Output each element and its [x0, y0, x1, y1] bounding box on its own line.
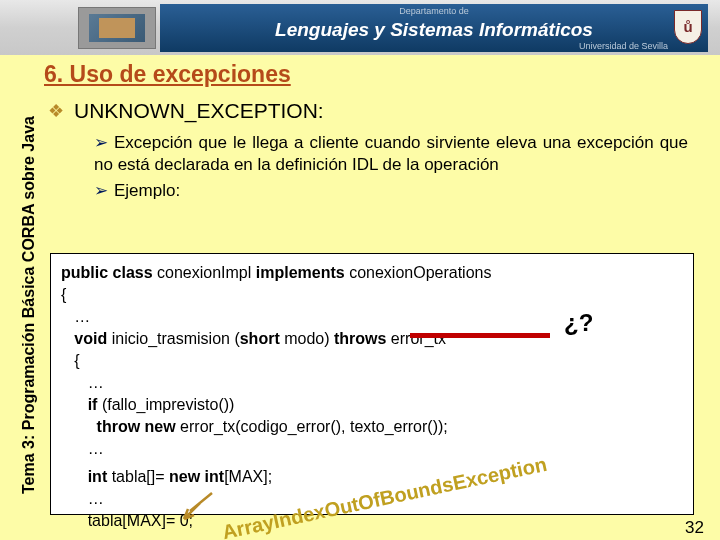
slide-body: Tema 3: Programación Básica CORBA sobre …: [0, 55, 720, 540]
university-shield-icon: ů: [674, 10, 702, 44]
code-line: {: [61, 350, 683, 372]
sidebar-title: Tema 3: Programación Básica CORBA sobre …: [20, 75, 38, 535]
code-line: throw new error_tx(codigo_error(), texto…: [61, 416, 683, 438]
page-number: 32: [685, 518, 704, 538]
code-line: if (fallo_imprevisto()): [61, 394, 683, 416]
code-line: tabla[MAX]= 0;: [61, 510, 683, 532]
arrow-bullet-icon: ➢: [94, 133, 108, 152]
bullet-level1: ❖ UNKNOWN_EXCEPTION:: [48, 98, 708, 124]
header-banner: Departamento de Lenguajes y Sistemas Inf…: [0, 0, 720, 55]
error-underline: [410, 333, 550, 338]
header-main: Lenguajes y Sistemas Informáticos: [275, 19, 593, 41]
code-line: …: [61, 438, 683, 460]
code-line: public class conexionImpl implements con…: [61, 262, 683, 284]
code-example-box: public class conexionImpl implements con…: [50, 253, 694, 515]
code-line: …: [61, 372, 683, 394]
section-title: 6. Uso de excepciones: [44, 61, 708, 88]
header-university: Universidad de Sevilla: [579, 41, 668, 51]
header-title-block: Departamento de Lenguajes y Sistemas Inf…: [160, 4, 708, 52]
bullet2a: ➢Excepción que le llega a cliente cuando…: [94, 132, 688, 176]
sidebar: Tema 3: Programación Básica CORBA sobre …: [0, 55, 36, 540]
content-area: 6. Uso de excepciones ❖ UNKNOWN_EXCEPTIO…: [44, 61, 708, 534]
bullet1-text: UNKNOWN_EXCEPTION:: [74, 98, 324, 124]
diamond-bullet-icon: ❖: [48, 98, 64, 124]
bullet-level2-group: ➢Excepción que le llega a cliente cuando…: [94, 132, 688, 202]
question-mark-annotation: ¿?: [564, 309, 593, 337]
arrow-bullet-icon: ➢: [94, 181, 108, 200]
dept-logo: [78, 7, 156, 49]
arrow-annotation-icon: [182, 491, 222, 521]
code-line: {: [61, 284, 683, 306]
bullet2b: ➢Ejemplo:: [94, 180, 688, 202]
code-line: int tabla[]= new int[MAX];: [61, 466, 683, 488]
header-dept: Departamento de: [399, 6, 469, 16]
